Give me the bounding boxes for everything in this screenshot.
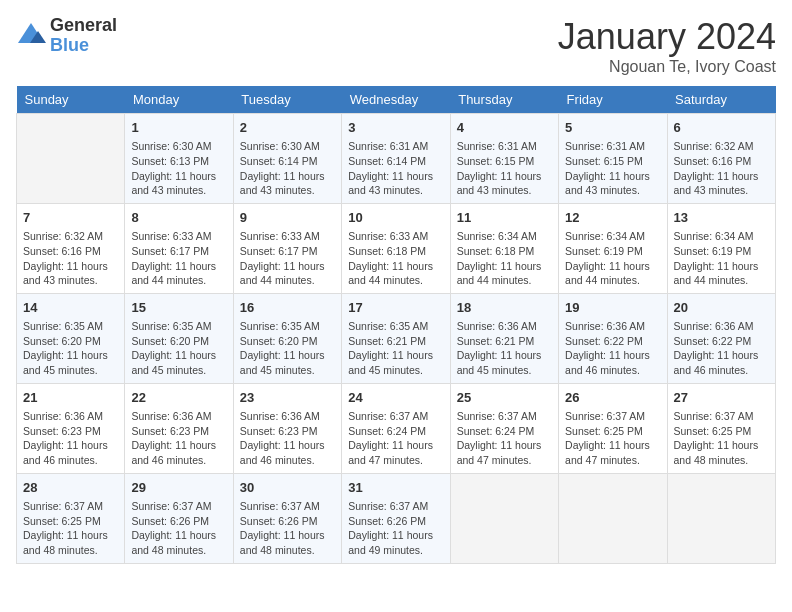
day-number: 27 — [674, 389, 769, 407]
calendar-cell: 16Sunrise: 6:35 AMSunset: 6:20 PMDayligh… — [233, 293, 341, 383]
day-number: 21 — [23, 389, 118, 407]
day-info: Sunrise: 6:34 AMSunset: 6:19 PMDaylight:… — [565, 229, 660, 288]
day-info: Sunrise: 6:31 AMSunset: 6:15 PMDaylight:… — [565, 139, 660, 198]
calendar-cell: 20Sunrise: 6:36 AMSunset: 6:22 PMDayligh… — [667, 293, 775, 383]
day-header-tuesday: Tuesday — [233, 86, 341, 114]
day-header-saturday: Saturday — [667, 86, 775, 114]
day-number: 20 — [674, 299, 769, 317]
calendar-cell: 18Sunrise: 6:36 AMSunset: 6:21 PMDayligh… — [450, 293, 558, 383]
calendar-cell: 13Sunrise: 6:34 AMSunset: 6:19 PMDayligh… — [667, 203, 775, 293]
day-info: Sunrise: 6:35 AMSunset: 6:20 PMDaylight:… — [131, 319, 226, 378]
calendar-cell: 19Sunrise: 6:36 AMSunset: 6:22 PMDayligh… — [559, 293, 667, 383]
day-info: Sunrise: 6:31 AMSunset: 6:14 PMDaylight:… — [348, 139, 443, 198]
calendar-body: 1Sunrise: 6:30 AMSunset: 6:13 PMDaylight… — [17, 114, 776, 564]
calendar-cell — [667, 473, 775, 563]
calendar-cell: 15Sunrise: 6:35 AMSunset: 6:20 PMDayligh… — [125, 293, 233, 383]
day-number: 30 — [240, 479, 335, 497]
day-info: Sunrise: 6:37 AMSunset: 6:26 PMDaylight:… — [131, 499, 226, 558]
calendar-table: SundayMondayTuesdayWednesdayThursdayFrid… — [16, 86, 776, 564]
day-header-friday: Friday — [559, 86, 667, 114]
day-number: 24 — [348, 389, 443, 407]
day-info: Sunrise: 6:34 AMSunset: 6:19 PMDaylight:… — [674, 229, 769, 288]
calendar-cell: 29Sunrise: 6:37 AMSunset: 6:26 PMDayligh… — [125, 473, 233, 563]
title-block: January 2024 Ngouan Te, Ivory Coast — [558, 16, 776, 76]
logo: General Blue — [16, 16, 117, 56]
day-info: Sunrise: 6:37 AMSunset: 6:25 PMDaylight:… — [565, 409, 660, 468]
calendar-week-row: 28Sunrise: 6:37 AMSunset: 6:25 PMDayligh… — [17, 473, 776, 563]
day-info: Sunrise: 6:33 AMSunset: 6:17 PMDaylight:… — [131, 229, 226, 288]
calendar-cell: 23Sunrise: 6:36 AMSunset: 6:23 PMDayligh… — [233, 383, 341, 473]
calendar-cell: 7Sunrise: 6:32 AMSunset: 6:16 PMDaylight… — [17, 203, 125, 293]
logo-text: General Blue — [50, 16, 117, 56]
calendar-cell: 14Sunrise: 6:35 AMSunset: 6:20 PMDayligh… — [17, 293, 125, 383]
calendar-cell: 25Sunrise: 6:37 AMSunset: 6:24 PMDayligh… — [450, 383, 558, 473]
day-number: 2 — [240, 119, 335, 137]
day-info: Sunrise: 6:37 AMSunset: 6:24 PMDaylight:… — [348, 409, 443, 468]
calendar-cell: 10Sunrise: 6:33 AMSunset: 6:18 PMDayligh… — [342, 203, 450, 293]
page-header: General Blue January 2024 Ngouan Te, Ivo… — [16, 16, 776, 76]
day-header-wednesday: Wednesday — [342, 86, 450, 114]
day-info: Sunrise: 6:32 AMSunset: 6:16 PMDaylight:… — [674, 139, 769, 198]
day-info: Sunrise: 6:35 AMSunset: 6:21 PMDaylight:… — [348, 319, 443, 378]
day-number: 1 — [131, 119, 226, 137]
day-number: 7 — [23, 209, 118, 227]
calendar-header-row: SundayMondayTuesdayWednesdayThursdayFrid… — [17, 86, 776, 114]
day-number: 10 — [348, 209, 443, 227]
day-info: Sunrise: 6:37 AMSunset: 6:26 PMDaylight:… — [348, 499, 443, 558]
day-number: 12 — [565, 209, 660, 227]
calendar-cell: 28Sunrise: 6:37 AMSunset: 6:25 PMDayligh… — [17, 473, 125, 563]
day-number: 26 — [565, 389, 660, 407]
logo-blue-text: Blue — [50, 36, 117, 56]
day-info: Sunrise: 6:36 AMSunset: 6:23 PMDaylight:… — [240, 409, 335, 468]
day-number: 4 — [457, 119, 552, 137]
calendar-cell: 1Sunrise: 6:30 AMSunset: 6:13 PMDaylight… — [125, 114, 233, 204]
calendar-cell: 6Sunrise: 6:32 AMSunset: 6:16 PMDaylight… — [667, 114, 775, 204]
calendar-week-row: 1Sunrise: 6:30 AMSunset: 6:13 PMDaylight… — [17, 114, 776, 204]
day-info: Sunrise: 6:36 AMSunset: 6:22 PMDaylight:… — [674, 319, 769, 378]
day-info: Sunrise: 6:36 AMSunset: 6:23 PMDaylight:… — [131, 409, 226, 468]
calendar-cell: 12Sunrise: 6:34 AMSunset: 6:19 PMDayligh… — [559, 203, 667, 293]
calendar-week-row: 21Sunrise: 6:36 AMSunset: 6:23 PMDayligh… — [17, 383, 776, 473]
calendar-cell: 8Sunrise: 6:33 AMSunset: 6:17 PMDaylight… — [125, 203, 233, 293]
day-info: Sunrise: 6:34 AMSunset: 6:18 PMDaylight:… — [457, 229, 552, 288]
location: Ngouan Te, Ivory Coast — [558, 58, 776, 76]
calendar-cell: 21Sunrise: 6:36 AMSunset: 6:23 PMDayligh… — [17, 383, 125, 473]
day-number: 9 — [240, 209, 335, 227]
calendar-cell: 2Sunrise: 6:30 AMSunset: 6:14 PMDaylight… — [233, 114, 341, 204]
calendar-cell: 17Sunrise: 6:35 AMSunset: 6:21 PMDayligh… — [342, 293, 450, 383]
day-number: 28 — [23, 479, 118, 497]
day-header-sunday: Sunday — [17, 86, 125, 114]
day-number: 6 — [674, 119, 769, 137]
day-number: 19 — [565, 299, 660, 317]
calendar-cell: 27Sunrise: 6:37 AMSunset: 6:25 PMDayligh… — [667, 383, 775, 473]
calendar-cell: 24Sunrise: 6:37 AMSunset: 6:24 PMDayligh… — [342, 383, 450, 473]
day-info: Sunrise: 6:31 AMSunset: 6:15 PMDaylight:… — [457, 139, 552, 198]
calendar-cell — [450, 473, 558, 563]
calendar-cell: 3Sunrise: 6:31 AMSunset: 6:14 PMDaylight… — [342, 114, 450, 204]
day-info: Sunrise: 6:32 AMSunset: 6:16 PMDaylight:… — [23, 229, 118, 288]
day-info: Sunrise: 6:37 AMSunset: 6:26 PMDaylight:… — [240, 499, 335, 558]
day-number: 31 — [348, 479, 443, 497]
day-info: Sunrise: 6:33 AMSunset: 6:17 PMDaylight:… — [240, 229, 335, 288]
logo-general-text: General — [50, 16, 117, 36]
day-info: Sunrise: 6:33 AMSunset: 6:18 PMDaylight:… — [348, 229, 443, 288]
day-info: Sunrise: 6:35 AMSunset: 6:20 PMDaylight:… — [23, 319, 118, 378]
calendar-cell: 31Sunrise: 6:37 AMSunset: 6:26 PMDayligh… — [342, 473, 450, 563]
day-number: 14 — [23, 299, 118, 317]
day-info: Sunrise: 6:36 AMSunset: 6:23 PMDaylight:… — [23, 409, 118, 468]
day-header-monday: Monday — [125, 86, 233, 114]
calendar-cell: 5Sunrise: 6:31 AMSunset: 6:15 PMDaylight… — [559, 114, 667, 204]
calendar-week-row: 14Sunrise: 6:35 AMSunset: 6:20 PMDayligh… — [17, 293, 776, 383]
day-number: 23 — [240, 389, 335, 407]
calendar-cell: 4Sunrise: 6:31 AMSunset: 6:15 PMDaylight… — [450, 114, 558, 204]
day-number: 17 — [348, 299, 443, 317]
calendar-cell: 22Sunrise: 6:36 AMSunset: 6:23 PMDayligh… — [125, 383, 233, 473]
day-info: Sunrise: 6:37 AMSunset: 6:25 PMDaylight:… — [23, 499, 118, 558]
day-number: 11 — [457, 209, 552, 227]
day-number: 16 — [240, 299, 335, 317]
day-number: 25 — [457, 389, 552, 407]
day-info: Sunrise: 6:37 AMSunset: 6:25 PMDaylight:… — [674, 409, 769, 468]
calendar-cell: 11Sunrise: 6:34 AMSunset: 6:18 PMDayligh… — [450, 203, 558, 293]
day-number: 5 — [565, 119, 660, 137]
day-info: Sunrise: 6:36 AMSunset: 6:21 PMDaylight:… — [457, 319, 552, 378]
